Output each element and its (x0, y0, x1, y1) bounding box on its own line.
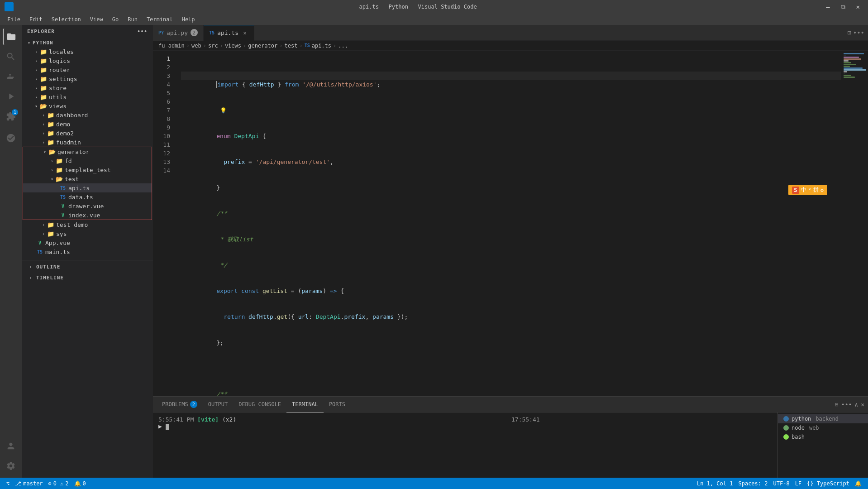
sidebar-item-router[interactable]: › 📁 router (22, 65, 153, 74)
menu-view[interactable]: View (86, 15, 107, 24)
terminal-collapse-icon[interactable]: ∧ (854, 401, 858, 408)
status-encoding[interactable]: UTF-8 (771, 478, 792, 489)
status-line-col[interactable]: Ln 1, Col 1 (694, 478, 735, 489)
sidebar-item-store[interactable]: › 📁 store (22, 83, 153, 92)
sidebar-item-main-ts[interactable]: TS main.ts (22, 247, 153, 256)
activity-extensions[interactable]: 1 (3, 108, 19, 125)
tab-api-ts[interactable]: TS api.ts ✕ (204, 25, 254, 41)
python-arrow: ▾ (25, 39, 33, 46)
sidebar-item-logics[interactable]: › 📁 logics (22, 56, 153, 65)
terminal-more-icon[interactable]: ••• (841, 401, 852, 408)
status-spaces[interactable]: Spaces: 2 (735, 478, 770, 489)
sidebar-more-icon[interactable]: ••• (137, 29, 148, 34)
tab-debug-console[interactable]: DEBUG CONSOLE (233, 397, 286, 412)
encoding-text: UTF-8 (773, 480, 790, 487)
status-bell[interactable]: 🔔 0 (72, 478, 89, 489)
sidebar-item-views[interactable]: ▾ 📂 views (22, 101, 153, 110)
tab-api-py-label: api.py (167, 29, 188, 36)
split-terminal-icon[interactable]: ⊟ (835, 401, 839, 408)
tab-terminal[interactable]: TERMINAL (286, 397, 324, 412)
sidebar-item-test[interactable]: ▾ 📂 test (23, 174, 152, 183)
sidebar-item-app-vue[interactable]: V App.vue (22, 238, 153, 247)
status-remote[interactable]: ⌥ (4, 478, 12, 489)
menu-terminal[interactable]: Terminal (143, 15, 176, 24)
folder-icon: 📁 (40, 66, 47, 73)
sidebar-item-template-test[interactable]: › 📁 template_test (23, 165, 152, 174)
breadcrumb-generator[interactable]: generator (248, 43, 277, 49)
menu-file[interactable]: File (4, 15, 24, 24)
sidebar-item-fd[interactable]: › 📁 fd (23, 156, 152, 165)
main-ts-arrow (33, 248, 36, 255)
python-section[interactable]: ▾ PYTHON (22, 38, 153, 47)
breadcrumb-web[interactable]: web (191, 43, 201, 49)
terminal-close-icon[interactable]: ✕ (861, 401, 864, 408)
menu-selection[interactable]: Selection (48, 15, 85, 24)
ime-settings-icon[interactable]: ⚙ (820, 187, 824, 193)
titlebar-controls[interactable]: — ⧉ ✕ (822, 3, 863, 11)
git-branch: master (23, 480, 43, 487)
sidebar-item-demo2[interactable]: › 📁 demo2 (22, 129, 153, 138)
activity-remote[interactable] (3, 130, 19, 146)
process-bash[interactable]: bash (778, 432, 868, 441)
process-python[interactable]: python backend (778, 414, 868, 423)
activity-explorer[interactable] (3, 29, 19, 45)
sidebar-item-settings[interactable]: › 📁 settings (22, 74, 153, 83)
line-6: 6 (153, 97, 170, 106)
status-lang[interactable]: {} TypeScript (804, 478, 852, 489)
status-git[interactable]: ⎇ master (12, 478, 45, 489)
ime-bar[interactable]: S 中 ° 拼 ⚙ (788, 185, 827, 195)
problems-label: PROBLEMS (162, 401, 188, 408)
code-line-4: prefix = '/api/generator/test', (181, 149, 841, 158)
folder-icon: 📂 (48, 148, 56, 155)
close-button[interactable]: ✕ (853, 3, 863, 10)
sidebar-item-sys[interactable]: › 📁 sys (22, 229, 153, 238)
breadcrumb-src[interactable]: src (208, 43, 218, 49)
menu-run[interactable]: Run (124, 15, 141, 24)
sidebar-item-drawer-vue[interactable]: V drawer.vue (23, 201, 152, 211)
status-eol[interactable]: LF (792, 478, 804, 489)
sidebar-item-dashboard[interactable]: › 📁 dashboard (22, 110, 153, 120)
menu-edit[interactable]: Edit (26, 15, 46, 24)
menu-help[interactable]: Help (178, 15, 199, 24)
sidebar-item-api-ts[interactable]: TS api.ts (23, 183, 152, 192)
menu-go[interactable]: Go (109, 15, 122, 24)
split-editor-icon[interactable]: ⊡ (847, 29, 851, 36)
process-node[interactable]: node web (778, 423, 868, 432)
activity-git[interactable] (3, 68, 19, 85)
ime-s: S (792, 187, 799, 194)
minimize-button[interactable]: — (822, 3, 833, 10)
breadcrumb-views[interactable]: views (225, 43, 241, 49)
terminal-line-2: ▶ (158, 423, 772, 430)
sidebar-item-demo[interactable]: › 📁 demo (22, 120, 153, 129)
sidebar-item-test-demo[interactable]: › 📁 test_demo (22, 220, 153, 229)
activity-account[interactable] (3, 438, 19, 454)
breadcrumb-test[interactable]: test (285, 43, 298, 49)
tab-output[interactable]: OUTPUT (203, 397, 233, 412)
tab-ports[interactable]: PORTS (324, 397, 351, 412)
sidebar-item-fuadmin[interactable]: › 📁 fuadmin (22, 138, 153, 147)
breadcrumb-api-ts[interactable]: api.ts (312, 43, 331, 49)
tab-problems[interactable]: PROBLEMS 2 (157, 397, 203, 412)
activity-run[interactable] (3, 88, 19, 105)
breadcrumb-fuadmin[interactable]: fu-admin (158, 43, 185, 49)
terminal-content[interactable]: 5:55:41 PM [vite] (x2) 17:55:41 ▶ (153, 412, 777, 478)
sidebar-item-locales[interactable]: › 📁 locales (22, 47, 153, 56)
sidebar-item-utils[interactable]: › 📁 utils (22, 92, 153, 101)
activity-search[interactable] (3, 48, 19, 65)
demo-label: demo (56, 121, 70, 128)
more-tabs-icon[interactable]: ••• (853, 29, 864, 36)
code-content[interactable]: import { defHttp } from '/@/utils/http/a… (176, 51, 841, 396)
sidebar-item-index-vue[interactable]: V index.vue (23, 211, 152, 220)
status-errors[interactable]: ⊘ 0 ⚠ 2 (46, 478, 72, 489)
status-notification[interactable]: 🔔 (852, 478, 864, 489)
breadcrumb-ellipsis[interactable]: ... (338, 43, 348, 49)
timeline-section[interactable]: › TIMELINE (22, 272, 153, 283)
sep2: › (203, 43, 206, 49)
sidebar-item-generator[interactable]: ▾ 📂 generator (23, 147, 152, 156)
activity-settings[interactable] (3, 458, 19, 474)
tab-api-ts-close[interactable]: ✕ (241, 29, 248, 37)
outline-section[interactable]: › OUTLINE (22, 260, 153, 272)
maximize-button[interactable]: ⧉ (837, 3, 849, 11)
tab-api-py[interactable]: PY api.py 2 (153, 25, 204, 41)
sidebar-item-data-ts[interactable]: TS data.ts (23, 192, 152, 201)
